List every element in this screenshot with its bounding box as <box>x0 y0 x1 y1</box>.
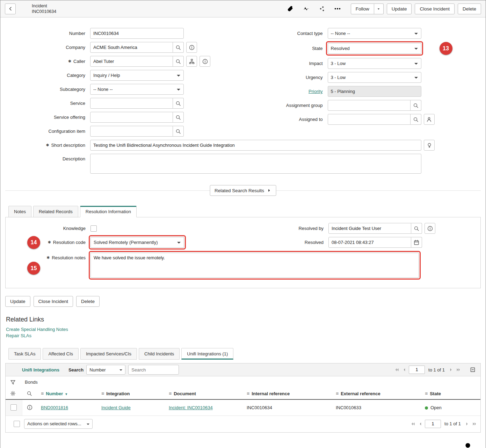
update-button[interactable]: Update <box>387 3 412 14</box>
column-menu-icon[interactable]: ≡ <box>247 391 249 396</box>
list-search-toggle-icon[interactable] <box>25 389 34 398</box>
row-document-link[interactable]: Incident: INC0010634 <box>169 405 213 410</box>
caller-hierarchy-icon[interactable] <box>186 56 197 67</box>
list-settings-gear-icon[interactable] <box>8 389 17 398</box>
list-search-column-select[interactable]: Number <box>86 365 125 375</box>
delete-button[interactable]: Delete <box>458 3 481 14</box>
assign-to-me-icon[interactable] <box>424 114 435 125</box>
caller-field[interactable] <box>90 56 173 67</box>
assigned-to-search-icon[interactable] <box>411 114 421 125</box>
column-header-external-reference[interactable]: ≡External reference <box>333 388 422 399</box>
column-header-integration[interactable]: ≡Integration <box>99 388 166 399</box>
actions-on-selected-rows-select[interactable]: Actions on selected rows... <box>24 419 93 429</box>
service-offering-field[interactable] <box>90 112 173 123</box>
filter-funnel-icon[interactable] <box>8 378 17 387</box>
company-info-icon[interactable] <box>186 42 197 53</box>
first-page-icon[interactable] <box>410 421 416 427</box>
activity-stream-icon[interactable] <box>302 4 311 13</box>
resolution-notes-field[interactable]: We have solved the issue remotely. <box>90 253 419 278</box>
tab-child-incidents[interactable]: Child Incidents <box>139 348 180 360</box>
column-menu-icon[interactable]: ≡ <box>425 391 428 396</box>
configuration-item-field[interactable] <box>90 126 173 137</box>
footer-close-incident-button[interactable]: Close Incident <box>34 296 73 307</box>
column-menu-icon[interactable]: ≡ <box>101 391 104 396</box>
tab-affected-cis[interactable]: Affected CIs <box>43 348 79 360</box>
row-info-icon[interactable] <box>25 403 34 412</box>
tab-task-slas[interactable]: Task SLAs <box>8 348 41 360</box>
tab-related-records[interactable]: Related Records <box>33 206 78 217</box>
number-field[interactable] <box>90 28 184 39</box>
first-page-icon[interactable] <box>394 367 400 373</box>
caller-info-icon[interactable] <box>200 56 210 67</box>
service-search-icon[interactable] <box>173 98 184 109</box>
record-type-label: Incident <box>32 3 56 9</box>
more-options-icon[interactable] <box>333 4 342 13</box>
contact-type-select[interactable]: -- None -- <box>328 28 421 39</box>
form-context-menu-icon[interactable] <box>19 4 28 13</box>
page-number-input[interactable] <box>425 420 441 428</box>
resolution-code-select[interactable]: Solved Remotely (Permanently) <box>90 237 184 248</box>
impact-select[interactable]: 3 - Low <box>328 58 421 69</box>
service-field[interactable] <box>90 98 173 109</box>
company-field[interactable] <box>90 42 173 53</box>
row-checkbox[interactable] <box>10 404 17 411</box>
next-page-icon[interactable] <box>464 421 470 427</box>
subcategory-select[interactable]: -- None -- <box>90 84 184 95</box>
create-special-handling-notes-link[interactable]: Create Special Handling Notes <box>6 327 480 332</box>
column-menu-icon[interactable]: ≡ <box>169 391 172 396</box>
company-search-icon[interactable] <box>173 42 184 53</box>
state-select[interactable]: Resolved <box>328 43 421 54</box>
list-context-menu-icon[interactable] <box>9 365 18 374</box>
tab-unifi-integrations[interactable]: Unifi Integrations (1) <box>181 348 233 360</box>
column-header-state[interactable]: ≡State <box>422 388 480 399</box>
last-page-icon[interactable] <box>456 367 461 373</box>
collapse-list-icon[interactable] <box>468 365 477 374</box>
table-row: BND0001816 Incident Guide Incident: INC0… <box>6 399 480 416</box>
related-search-results-button[interactable]: Related Search Results <box>210 185 276 196</box>
configuration-item-search-icon[interactable] <box>173 126 184 137</box>
short-description-field[interactable] <box>90 140 421 151</box>
assignment-group-field[interactable] <box>328 100 411 111</box>
select-all-checkbox[interactable] <box>14 421 20 427</box>
previous-page-icon[interactable] <box>418 421 423 427</box>
resolved-field[interactable] <box>328 237 411 248</box>
resolved-by-info-icon[interactable] <box>425 223 435 234</box>
repair-slas-link[interactable]: Repair SLAs <box>6 333 480 338</box>
category-select[interactable]: Inquiry / Help <box>90 70 184 81</box>
list-search-input[interactable] <box>128 365 179 375</box>
column-menu-icon[interactable]: ≡ <box>336 391 339 396</box>
suggestion-lightbulb-icon[interactable] <box>424 140 435 151</box>
back-button[interactable] <box>5 3 16 14</box>
last-page-icon[interactable] <box>472 421 477 427</box>
column-menu-icon[interactable]: ≡ <box>41 391 44 396</box>
description-field[interactable] <box>90 154 421 174</box>
follow-caret-button[interactable] <box>374 3 384 14</box>
resolved-calendar-icon[interactable] <box>411 237 422 248</box>
previous-page-icon[interactable] <box>401 367 407 373</box>
tab-resolution-information[interactable]: Resolution Information <box>80 206 137 217</box>
next-page-icon[interactable] <box>448 367 454 373</box>
follow-button[interactable]: Follow <box>351 3 374 14</box>
assignment-group-search-icon[interactable] <box>411 100 421 111</box>
response-time-icon[interactable] <box>463 440 472 448</box>
row-integration-link[interactable]: Incident Guide <box>101 405 131 410</box>
column-header-document[interactable]: ≡Document <box>166 388 244 399</box>
resolved-by-field[interactable] <box>328 223 411 234</box>
tab-notes[interactable]: Notes <box>8 206 31 217</box>
close-incident-button[interactable]: Close Incident <box>415 3 455 14</box>
page-number-input[interactable] <box>409 366 425 374</box>
personalize-form-icon[interactable] <box>317 4 326 13</box>
resolved-by-search-icon[interactable] <box>411 223 422 234</box>
row-number-link[interactable]: BND0001816 <box>41 405 68 410</box>
assigned-to-field[interactable] <box>328 114 411 125</box>
service-offering-search-icon[interactable] <box>173 112 184 123</box>
column-header-internal-reference[interactable]: ≡Internal reference <box>244 388 333 399</box>
attachment-icon[interactable] <box>286 4 295 13</box>
footer-update-button[interactable]: Update <box>5 296 30 307</box>
column-header-number[interactable]: ≡Number▼ <box>38 388 99 399</box>
tab-impacted-services-cis[interactable]: Impacted Services/CIs <box>80 348 137 360</box>
footer-delete-button[interactable]: Delete <box>76 296 100 307</box>
knowledge-checkbox[interactable] <box>90 225 97 232</box>
caller-search-icon[interactable] <box>173 56 184 67</box>
urgency-select[interactable]: 3 - Low <box>328 72 421 83</box>
